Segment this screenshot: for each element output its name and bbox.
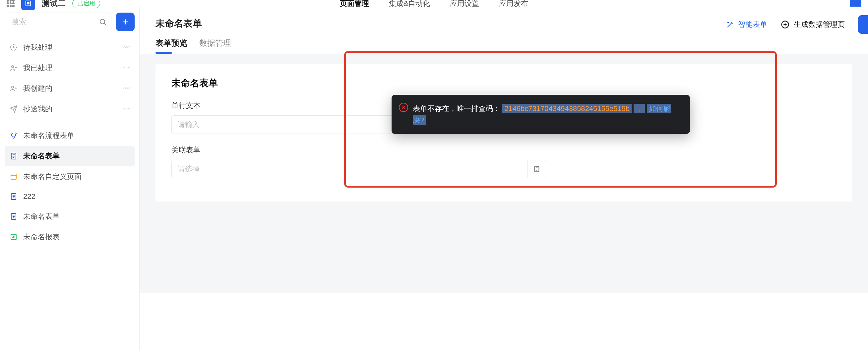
smart-form-label: 智能表单	[738, 20, 767, 30]
clock-icon	[9, 43, 18, 52]
toast-body: 表单不存在，唯一排查码： 2146bc73170434943858245155e…	[413, 103, 681, 126]
user-check-icon	[9, 64, 18, 72]
generate-page-label: 生成数据管理页	[794, 20, 845, 30]
sidebar-item-unnamed-form[interactable]: 未命名表单	[5, 146, 134, 166]
search-icon	[99, 18, 107, 26]
error-icon: ✕	[399, 103, 408, 112]
field-rel-label: 关联表单	[172, 145, 836, 155]
sidebar-item-cc[interactable]: 抄送我的 〰	[5, 99, 134, 119]
sidebar-item-label: 未命名表单	[23, 151, 130, 161]
sidebar-search-row	[5, 12, 134, 31]
form-title: 未命名表单	[172, 77, 836, 90]
sidebar-item-label: 未命名报表	[23, 232, 130, 242]
sidebar-item-label: 222	[23, 192, 130, 201]
user-plus-icon	[9, 84, 18, 93]
error-toast: ✕ 表单不存在，唯一排查码： 2146bc7317043494385824515…	[392, 95, 690, 134]
toast-separator: ，	[633, 104, 645, 113]
content-area: 未命名表单 单行文本 aaaa 关联表单	[140, 54, 868, 293]
tab-form-preview[interactable]: 表单预览	[155, 38, 187, 53]
sidebar-item-unnamed-form-2[interactable]: 未命名表单	[5, 206, 134, 227]
sidebar-item-label: 我创建的	[23, 84, 118, 93]
sidebar-item-label: 未命名自定义页面	[23, 172, 130, 182]
eyelash-icon: 〰	[123, 85, 130, 93]
app-badge-icon	[21, 0, 35, 10]
sidebar-item-label: 未命名流程表单	[23, 131, 130, 140]
svg-point-1	[100, 19, 105, 24]
search-input[interactable]	[5, 12, 112, 31]
svg-point-7	[13, 137, 14, 138]
sidebar: 待我处理 〰 我已处理 〰 我创建的 〰 抄送我的 〰 未命名流程表单	[0, 7, 139, 350]
toast-code: 2146bc73170434943858245155e519b	[502, 104, 631, 113]
eyelash-icon: 〰	[123, 105, 130, 113]
primary-button-partial[interactable]	[858, 15, 868, 34]
topbar-left: 测试二 已启用	[7, 0, 100, 10]
eyelash-icon: 〰	[123, 64, 130, 72]
sidebar-item-flow-form[interactable]: 未命名流程表单	[5, 125, 134, 146]
page-icon	[9, 172, 18, 181]
svg-point-5	[11, 133, 12, 134]
flow-icon	[9, 131, 18, 140]
status-badge: 已启用	[72, 0, 100, 8]
related-form-select	[172, 160, 546, 178]
generate-page-button[interactable]: 生成数据管理页	[780, 20, 845, 30]
doc-icon	[9, 192, 18, 201]
field-related-form: 关联表单	[172, 145, 836, 178]
svg-rect-9	[11, 174, 16, 179]
doc-icon	[9, 212, 18, 221]
wand-icon	[726, 21, 734, 29]
related-form-input[interactable]	[172, 160, 527, 178]
file-icon	[533, 165, 540, 173]
report-icon	[9, 233, 18, 241]
sidebar-item-processed[interactable]: 我已处理 〰	[5, 58, 134, 78]
svg-point-4	[11, 86, 13, 88]
eyelash-icon: 〰	[123, 44, 130, 52]
sidebar-item-report[interactable]: 未命名报表	[5, 227, 134, 247]
sidebar-item-custom-page[interactable]: 未命名自定义页面	[5, 166, 134, 187]
apps-grid-icon[interactable]	[7, 0, 14, 7]
send-icon	[9, 105, 18, 113]
doc-icon	[9, 152, 18, 160]
sidebar-item-222[interactable]: 222	[5, 187, 134, 206]
plus-circle-icon	[780, 20, 790, 29]
app-title: 测试二	[42, 0, 66, 9]
toast-prefix: 表单不存在，唯一排查码：	[413, 104, 500, 113]
search-wrap	[5, 12, 112, 31]
main: 未命名表单 智能表单 生成数据管理页 表单预览 数据管理 未命名表单	[139, 7, 868, 350]
sidebar-item-pending[interactable]: 待我处理 〰	[5, 37, 134, 58]
related-form-picker-button[interactable]	[527, 160, 546, 178]
sidebar-item-label: 抄送我的	[23, 104, 118, 114]
svg-point-6	[15, 133, 16, 134]
sidebar-item-label: 我已处理	[23, 63, 118, 73]
sidebar-item-label: 待我处理	[23, 42, 118, 52]
tab-data-management[interactable]: 数据管理	[199, 38, 231, 53]
smart-form-button[interactable]: 智能表单	[726, 20, 767, 30]
svg-point-3	[11, 66, 13, 68]
sidebar-item-label: 未命名表单	[23, 212, 130, 221]
add-button[interactable]	[116, 12, 134, 31]
header-actions: 智能表单 生成数据管理页	[726, 15, 868, 34]
sidebar-item-created[interactable]: 我创建的 〰	[5, 78, 134, 99]
sidebar-list: 待我处理 〰 我已处理 〰 我创建的 〰 抄送我的 〰 未命名流程表单	[5, 37, 134, 247]
main-header: 未命名表单 智能表单 生成数据管理页	[140, 12, 868, 30]
topbar: 测试二 已启用 页面管理 集成&自动化 应用设置 应用发布	[0, 0, 868, 7]
